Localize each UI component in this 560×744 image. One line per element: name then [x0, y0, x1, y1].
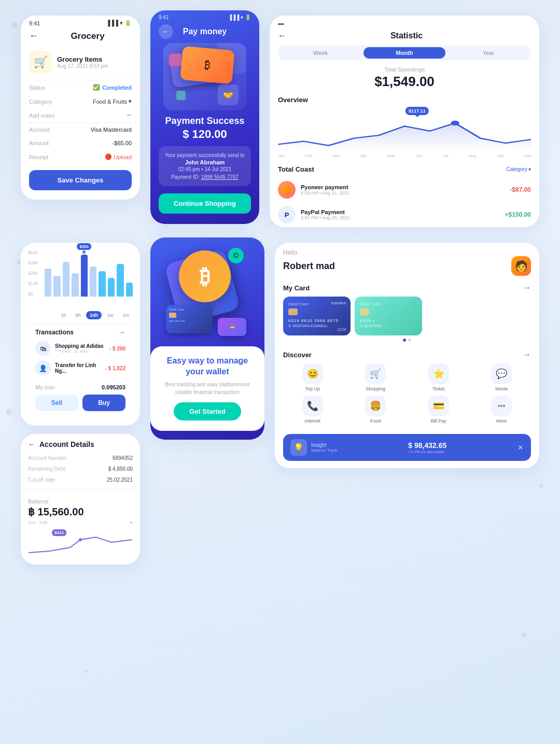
notes-edit-icon[interactable]: ✏	[127, 112, 132, 119]
debit-card-label-2: Debit Card	[360, 302, 417, 306]
back-btn-pay[interactable]: ←	[159, 24, 173, 39]
status-bar-pay: 9:41 ▐▐▐ ▾ 🔋	[150, 10, 259, 22]
acc-debt-value: $ 4,850.00	[108, 466, 133, 472]
acc-number-label: Account Number	[28, 455, 66, 461]
txn-row-transfer: 👤 Transfer for Linh Ng... - $ 1,022	[35, 360, 125, 376]
payment-recipient: John Abraham	[165, 159, 245, 165]
pioneer-date: 9:09 AM • Aug 21, 2021	[301, 190, 505, 195]
my-card-arrow-icon[interactable]: →	[523, 283, 531, 292]
time-stat: •••	[278, 21, 284, 27]
ticket-label: Ticket	[432, 386, 445, 391]
bottom-row: $54k $39k $26k $13k $0 $26k	[21, 243, 539, 565]
discover-section: Discover → 😊 Top Up 🛒 Shopping ⭐ Ticket	[275, 348, 539, 431]
coin-label: My coin	[35, 384, 55, 390]
promo-text-part2: your wallet	[186, 367, 229, 376]
detail-row-notes: Add notes ✏	[21, 108, 140, 122]
tab-1h[interactable]: 1h	[57, 311, 69, 319]
card-number-2: 6319 •	[360, 318, 417, 323]
pay-illustration: ₿ 🤝	[163, 43, 246, 110]
stat-header: ← Statistic	[270, 29, 539, 44]
pay-header: ← Pay money	[150, 22, 259, 43]
amount-value: -$65.00	[113, 140, 132, 146]
bar-4	[72, 273, 78, 297]
bar-active-dot	[82, 250, 86, 254]
insight-amount: $ 98,432.65	[408, 441, 446, 450]
discover-item-more[interactable]: ••• More	[472, 396, 531, 424]
card-dot-2[interactable]	[408, 339, 411, 342]
payment-id-value: 1898 5645 7767	[201, 174, 239, 180]
buy-button[interactable]: Buy	[82, 395, 125, 411]
tab-24h[interactable]: 24h	[86, 311, 102, 319]
period-chevron[interactable]: ▾	[130, 520, 133, 525]
acc-debt-label: Remaining Debt	[28, 466, 65, 472]
back-arrow-grocery[interactable]: ←	[29, 31, 38, 41]
chart-tooltip: $117.11	[405, 107, 429, 115]
tab-week[interactable]: Week	[279, 47, 361, 59]
tab-year[interactable]: Year	[447, 47, 529, 59]
payment-desc-text: Your payment successfully send to	[165, 151, 245, 159]
discover-item-shopping[interactable]: 🛒 Shopping	[346, 363, 405, 391]
acc-number-value: 6894352	[113, 455, 133, 461]
txn-transfer-name: Transfer for Linh Ng...	[55, 362, 101, 374]
acc-cutoff-value: 25.02.2021	[107, 477, 133, 483]
svg-point-1	[79, 538, 82, 541]
get-started-button[interactable]: Get Started	[174, 402, 241, 420]
save-changes-button[interactable]: Save Changes	[29, 170, 132, 190]
total-spendings-label: Total Spendings	[270, 66, 539, 73]
insight-change: +1.3% vs last week	[408, 450, 446, 454]
bar-chart-bars: $26k	[45, 250, 133, 297]
coin-buttons: Sell Buy	[28, 395, 133, 418]
grocery-item-name: Grocery Items	[57, 55, 108, 63]
bar-active-tooltip: $26k	[77, 243, 91, 250]
spending-chart: $117.11	[278, 107, 531, 148]
txn-section-header: Transactions →	[35, 328, 125, 336]
paypal-name: PayPal Payment	[301, 209, 500, 215]
continue-shopping-button[interactable]: Continue Shopping	[159, 193, 251, 214]
discover-item-ticket[interactable]: ⭐ Ticket	[409, 363, 468, 391]
filter-chevron: ▾	[528, 166, 531, 172]
txn-transfer-amount: - $ 1,022	[105, 366, 125, 371]
discover-title: Discover	[283, 351, 312, 359]
grocery-card: 9:41 ▐▐▐ ▾ 🔋 ← Grocery 🛒 Grocery Items A…	[21, 16, 140, 200]
discover-item-movie[interactable]: 💬 Movie	[472, 363, 531, 391]
txn-arrow-icon[interactable]: →	[118, 328, 125, 336]
shopping-icon: 🛒	[365, 363, 386, 384]
signal-icons-pay: ▐▐▐ ▾ 🔋	[228, 15, 251, 20]
tab-1m[interactable]: 1m	[119, 311, 133, 319]
tab-month[interactable]: Month	[363, 47, 445, 59]
insight-left: 💡 Insight Balance Track	[290, 439, 338, 456]
discover-item-food[interactable]: 🍔 Food	[346, 396, 405, 424]
category-value[interactable]: Food & Fruits ▾	[93, 98, 132, 105]
discover-item-billpay[interactable]: 💳 Bill Pay	[409, 396, 468, 424]
insight-close-icon[interactable]: ✕	[517, 443, 524, 452]
txn-adidas-sub: ****2462 21 May	[55, 349, 105, 354]
receipt-label: Receipt	[29, 154, 48, 160]
wallet-avatar: 🧑	[511, 256, 531, 276]
back-arrow-stat[interactable]: ←	[278, 31, 286, 40]
tab-6h[interactable]: 6h	[72, 311, 84, 319]
card-dot-1[interactable]	[403, 339, 406, 342]
sell-button[interactable]: Sell	[35, 395, 78, 411]
back-arrow-account[interactable]: ←	[28, 440, 35, 448]
card-chip-1	[288, 308, 298, 315]
chart-month-labels: JanFeb MarApr MayJun JulAug SepOct	[270, 153, 539, 158]
cards-row: Debit Card Instolive 6319 8610 3866 8075…	[283, 297, 531, 335]
debit-card-1[interactable]: Debit Card Instolive 6319 8610 3866 8075…	[283, 297, 351, 335]
insight-label: Insight	[311, 442, 338, 448]
debit-card-2[interactable]: Debit Card 6319 • S. MOSTAFA	[355, 297, 422, 335]
dropdown-icon: ▾	[129, 98, 132, 105]
promo-main-text: Easy way to manage your wallet	[160, 356, 255, 377]
line-chart-svg	[278, 114, 531, 150]
category-filter[interactable]: Category ▾	[506, 166, 531, 172]
detail-row-status: Status ✅ Completed	[21, 80, 140, 94]
discover-item-topup[interactable]: 😊 Top Up	[283, 363, 342, 391]
insight-text: Insight Balance Track	[311, 442, 338, 453]
payment-amount: $ 120.00	[150, 128, 259, 141]
more-label: More	[496, 418, 507, 424]
insight-bar[interactable]: 💡 Insight Balance Track $ 98,432.65 +1.3…	[283, 434, 531, 461]
tab-1w[interactable]: 1w	[104, 311, 117, 319]
discover-item-internet[interactable]: 📞 Internet	[283, 396, 342, 424]
discover-arrow-icon[interactable]: →	[523, 350, 531, 359]
receipt-upload[interactable]: 🔴 Upload	[105, 153, 132, 160]
stat-title: Statistic	[290, 31, 531, 40]
